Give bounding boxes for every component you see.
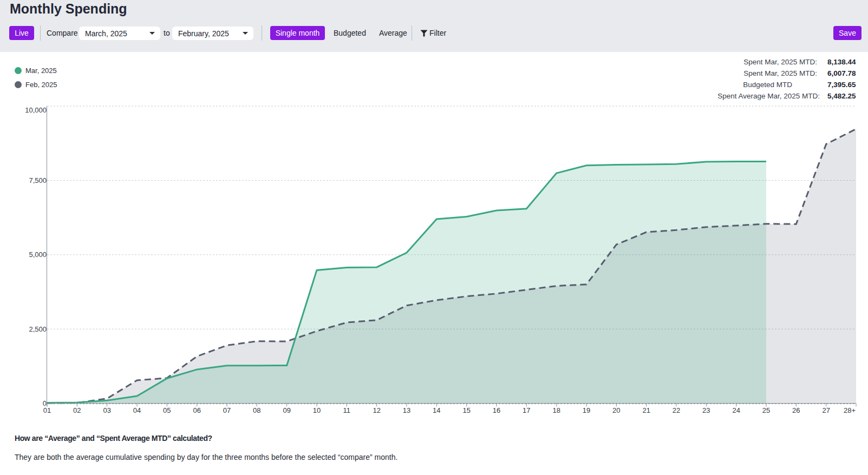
svg-text:14: 14 xyxy=(433,406,440,414)
svg-text:04: 04 xyxy=(133,406,141,414)
svg-text:28+: 28+ xyxy=(844,406,856,414)
svg-text:13: 13 xyxy=(403,406,410,414)
svg-text:01: 01 xyxy=(43,406,51,414)
svg-text:09: 09 xyxy=(283,406,290,414)
svg-text:7,500: 7,500 xyxy=(29,176,47,184)
svg-text:19: 19 xyxy=(583,406,590,414)
svg-text:22: 22 xyxy=(673,406,680,414)
svg-text:26: 26 xyxy=(792,406,800,414)
svg-text:24: 24 xyxy=(732,406,740,414)
svg-text:23: 23 xyxy=(702,406,710,414)
svg-text:21: 21 xyxy=(642,406,650,414)
svg-text:15: 15 xyxy=(462,406,470,414)
svg-text:5,000: 5,000 xyxy=(29,250,47,259)
svg-text:2,500: 2,500 xyxy=(29,325,47,333)
svg-text:05: 05 xyxy=(163,406,171,414)
svg-text:03: 03 xyxy=(103,406,110,414)
svg-text:25: 25 xyxy=(762,406,770,414)
svg-text:10: 10 xyxy=(313,406,321,414)
svg-text:11: 11 xyxy=(343,406,351,414)
svg-text:07: 07 xyxy=(223,406,231,414)
svg-text:06: 06 xyxy=(193,406,200,414)
svg-text:20: 20 xyxy=(612,406,620,414)
svg-text:12: 12 xyxy=(373,406,380,414)
svg-text:08: 08 xyxy=(253,406,260,414)
svg-text:02: 02 xyxy=(73,406,81,414)
svg-text:18: 18 xyxy=(552,406,560,414)
svg-text:27: 27 xyxy=(822,406,830,414)
svg-text:17: 17 xyxy=(523,406,530,414)
svg-text:16: 16 xyxy=(493,406,500,414)
svg-text:10,000: 10,000 xyxy=(25,106,47,114)
